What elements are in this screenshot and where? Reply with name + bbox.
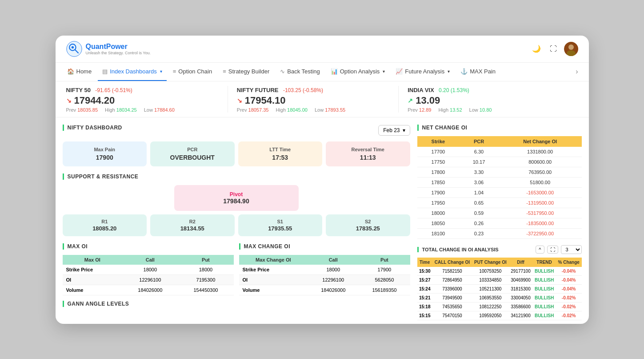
- nav-item-back-testing[interactable]: ∿ Back Testing: [276, 63, 324, 81]
- left-panel: NIFTY DASHBOARD Feb 23 ▾ Max Pain 17900 …: [63, 125, 410, 320]
- sr-s1: S1 17935.55: [238, 214, 323, 236]
- dashboard-header: NIFTY DASHBOARD Feb 23 ▾: [63, 125, 410, 136]
- card-max-pain: Max Pain 17900: [63, 141, 147, 166]
- table-row: 17750 10.17 800600.00: [417, 157, 582, 167]
- date-select[interactable]: Feb 23 ▾: [378, 125, 410, 136]
- sr-grid: R1 18085.20 R2 18134.55 S1 17935.55 S2 1…: [63, 214, 410, 236]
- ticker-nifty-future-change: -103.25 (-0.58%): [283, 87, 323, 93]
- ticker-nifty50-price: ↘ 17944.20: [66, 95, 219, 106]
- svg-point-5: [567, 50, 576, 56]
- support-resistance-section: SUPPORT & RESISTANCE Pivot 17984.90 R1 1…: [63, 173, 410, 236]
- anchor-icon: ⚓: [460, 68, 468, 75]
- analysis-header-pct: % Change: [556, 258, 582, 267]
- nav-item-max-pain[interactable]: ⚓ MAX Pain: [456, 63, 500, 81]
- ticker-india-vix-change: 0.20 (1.53%): [439, 87, 469, 93]
- nav-item-home[interactable]: 🏠 Home: [63, 63, 96, 81]
- line-chart-icon: 📈: [396, 68, 403, 75]
- table-row: Strike Price 18000 17900: [239, 265, 410, 275]
- fullscreen-button[interactable]: ⛶: [548, 43, 559, 55]
- nav-item-option-analysis[interactable]: 📊 Option Analysis ▾: [326, 63, 390, 81]
- table-row: 18100 0.23 -3722950.00: [417, 228, 582, 238]
- max-change-oi-title: MAX CHANGE OI: [239, 243, 410, 250]
- analysis-header-diff: Diff: [509, 258, 533, 267]
- table-row: 15:30 71582150 100759250 29177100 BULLIS…: [417, 267, 582, 276]
- logo-title: QuantPower: [86, 43, 151, 51]
- ticker-india-vix-meta: Prev 12.89 High 13.52 Low 10.80: [408, 107, 560, 113]
- avatar[interactable]: [564, 42, 578, 56]
- pivot-box: Pivot 17984.90: [174, 185, 299, 211]
- table-row: 17900 1.04 -1653000.00: [417, 187, 582, 198]
- analysis-header-put: PUT Change OI: [472, 258, 509, 267]
- ticker-nifty-future-name: NIFTY FUTURE: [237, 87, 279, 93]
- sr-s2: S2 17835.25: [326, 214, 410, 236]
- main-content: NIFTY DASHBOARD Feb 23 ▾ Max Pain 17900 …: [56, 117, 589, 324]
- sr-r2: R2 18134.55: [150, 214, 235, 236]
- arrow-down-icon-2: ↘: [237, 97, 242, 104]
- analysis-header-time: Time: [417, 258, 432, 267]
- table-row: Volume 184026000 154450300: [63, 285, 234, 295]
- svg-point-0: [66, 41, 81, 56]
- app-container: QuantPower Unleash the Strategy. Control…: [56, 36, 589, 324]
- nc-header-pcr: PCR: [459, 136, 499, 147]
- gann-title: GANN ANGLE LEVELS: [63, 301, 410, 307]
- nav-item-index-dashboards[interactable]: ▤ Index Dashboards ▾: [98, 63, 167, 81]
- nc-header-netchange: Net Change OI: [499, 136, 582, 147]
- table-row: 17850 3.06 51800.00: [417, 177, 582, 187]
- ticker-nifty50-meta: Prev 18035.85 High 18034.25 Low 17884.60: [66, 107, 219, 113]
- chain-icon: ≡: [173, 68, 176, 75]
- table-row: 15:15 75470150 109592050 34121900 BULLIS…: [417, 311, 582, 320]
- grid-icon: ▤: [102, 68, 108, 75]
- table-row: 15:18 74535650 108122250 33586600 BULLIS…: [417, 302, 582, 311]
- ticker-nifty-future-price: ↘ 17954.10: [237, 95, 389, 106]
- ticker-bar: NIFTY 50 -91.65 (-0.51%) ↘ 17944.20 Prev…: [56, 81, 589, 117]
- table-row: Volume 184026000 156189350: [239, 285, 410, 295]
- nav-item-future-analysis[interactable]: 📈 Future Analysis ▾: [391, 63, 454, 81]
- table-row: 15:24 73396000 105211300 31815300 BULLIS…: [417, 284, 582, 293]
- info-cards: Max Pain 17900 PCR OVERBOUGHT LTT Time 1…: [63, 141, 410, 166]
- max-change-header-col1: Max Change OI: [239, 255, 308, 265]
- right-panel: NET CHANGE OI Strike PCR Net Change OI 1…: [417, 125, 582, 320]
- builder-icon: ≡: [223, 68, 226, 75]
- analysis-table: Time CALL Change OI PUT Change OI Diff T…: [417, 258, 582, 320]
- max-change-oi-box: MAX CHANGE OI Max Change OI Call Put Str…: [239, 243, 410, 295]
- analysis-header-trend: TREND: [532, 258, 556, 267]
- table-row: 18000 0.59 -5317950.00: [417, 208, 582, 218]
- logo-text: QuantPower Unleash the Strategy. Control…: [86, 43, 151, 55]
- chart-icon: 📊: [331, 68, 338, 75]
- nc-header-strike: Strike: [417, 136, 460, 147]
- expand-button[interactable]: ⛶: [547, 246, 558, 254]
- nav-more-button[interactable]: ›: [572, 64, 581, 79]
- table-row: 17950 0.65 -1319500.00: [417, 198, 582, 208]
- ticker-nifty-future-meta: Prev 18057.35 High 18045.00 Low 17893.55: [237, 107, 389, 113]
- max-oi-title: MAX OI: [63, 243, 234, 250]
- nav-item-option-chain[interactable]: ≡ Option Chain: [168, 63, 216, 81]
- chevron-down-icon-2: ▾: [383, 69, 385, 74]
- nav-item-strategy-builder[interactable]: ≡ Strategy Builder: [218, 63, 274, 81]
- table-row: 17700 6.30 1331800.00: [417, 147, 582, 157]
- ticker-prev: Prev 18035.85: [66, 107, 98, 113]
- table-row: 15:21 73949500 106953550 33004050 BULLIS…: [417, 293, 582, 302]
- ticker-india-vix: INDIA VIX 0.20 (1.53%) ↗ 13.09 Prev 12.8…: [408, 86, 569, 113]
- navigation: 🏠 Home ▤ Index Dashboards ▾ ≡ Option Cha…: [56, 63, 589, 81]
- logo-subtitle: Unleash the Strategy. Control is You.: [86, 51, 151, 55]
- svg-point-3: [71, 46, 73, 48]
- analysis-header-call: CALL Change OI: [432, 258, 472, 267]
- gann-section: GANN ANGLE LEVELS: [63, 301, 410, 307]
- ticker-low: Low 17884.60: [144, 107, 175, 113]
- arrow-up-icon: ↗: [408, 97, 413, 104]
- rows-select[interactable]: 3 5 10: [561, 245, 582, 254]
- card-ltt-time: LTT Time 17:53: [238, 141, 323, 166]
- ticker-india-vix-name: INDIA VIX: [408, 87, 434, 93]
- table-row: 18050 0.26 -1835000.00: [417, 218, 582, 228]
- max-oi-header-col1: Max OI: [63, 255, 123, 265]
- ticker-nifty50: NIFTY 50 -91.65 (-0.51%) ↘ 17944.20 Prev…: [66, 86, 228, 113]
- max-oi-header-put: Put: [178, 255, 233, 265]
- table-row: 17800 3.30 763950.00: [417, 167, 582, 177]
- ticker-nifty50-name: NIFTY 50: [66, 87, 91, 93]
- max-oi-table: Max OI Call Put Strike Price 18000 18000: [63, 255, 234, 295]
- collapse-button[interactable]: ^: [536, 246, 544, 254]
- ticker-india-vix-price: ↗ 13.09: [408, 95, 560, 106]
- table-row: Strike Price 18000 18000: [63, 265, 234, 275]
- header: QuantPower Unleash the Strategy. Control…: [56, 36, 589, 63]
- dark-mode-button[interactable]: 🌙: [530, 43, 543, 55]
